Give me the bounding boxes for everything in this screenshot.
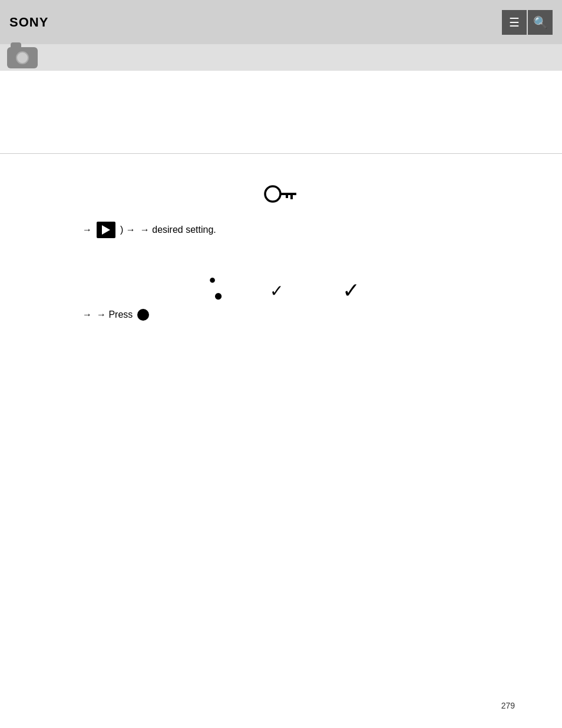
camera-icon xyxy=(7,47,38,68)
camera-icon-bump xyxy=(11,42,21,50)
sony-logo: SONY xyxy=(9,15,48,30)
menu-button[interactable]: ☰ xyxy=(502,10,527,35)
playback-icon xyxy=(97,222,115,238)
page-number: 279 xyxy=(501,701,515,710)
press-arrow1: → xyxy=(82,309,92,320)
dot-small: ● xyxy=(209,274,216,285)
main-content: → ) → → desired setting. ● ● ✓ ✓ → → Pre… xyxy=(0,154,562,332)
sub-header xyxy=(0,44,562,71)
nav-desired: → desired setting. xyxy=(140,225,216,235)
press-dot-icon xyxy=(137,309,149,321)
dot-large: ● xyxy=(214,288,223,303)
search-icon: 🔍 xyxy=(533,15,548,29)
svg-rect-1 xyxy=(280,193,296,195)
menu-icon: ☰ xyxy=(509,15,520,29)
play-triangle xyxy=(102,225,110,235)
svg-rect-3 xyxy=(286,195,288,198)
press-arrow2: → Press xyxy=(97,309,133,320)
key-icon xyxy=(263,183,299,210)
check-mark-2: ✓ xyxy=(342,278,360,303)
svg-rect-2 xyxy=(290,195,293,199)
header-buttons: ☰ 🔍 xyxy=(502,10,553,35)
press-row: → → Press xyxy=(82,309,515,321)
checkmarks-group: ✓ ✓ xyxy=(270,278,360,303)
nav-paren: ) → xyxy=(120,225,135,235)
key-icon-row xyxy=(47,183,515,210)
header: SONY ☰ 🔍 xyxy=(0,0,562,44)
nav-arrow1: → xyxy=(82,225,92,235)
symbols-row: ● ● ✓ ✓ xyxy=(47,274,515,303)
search-button[interactable]: 🔍 xyxy=(528,10,553,35)
camera-icon-inner xyxy=(16,51,29,64)
svg-point-0 xyxy=(265,186,280,202)
check-mark-1: ✓ xyxy=(270,281,283,301)
dot-pair: ● ● xyxy=(202,274,223,303)
nav-instruction-row: → ) → → desired setting. xyxy=(82,222,515,238)
